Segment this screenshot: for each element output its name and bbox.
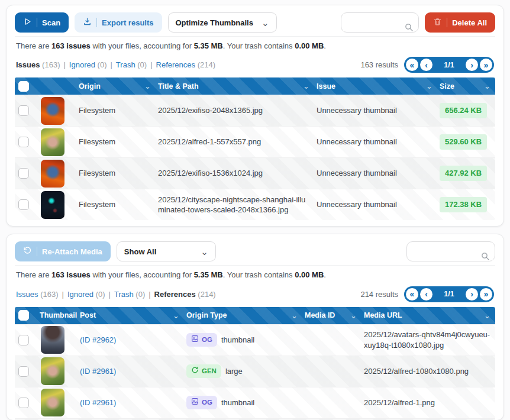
delete-all-button[interactable]: Delete All: [425, 12, 495, 33]
issues-size: 5.35 MB: [194, 41, 223, 50]
origin-column-header[interactable]: Origin⌄: [76, 82, 156, 91]
issues-panel: Scan Export results Optimize Thumbnails …: [6, 5, 504, 227]
thumbnail-image[interactable]: [41, 160, 64, 188]
references-tabsrow: Issues (163) | Ignored (0) | Trash (0) |…: [15, 285, 495, 307]
path-cell: 2025/12/cityscape-nightscape-shanghai-il…: [156, 192, 314, 218]
next-page-button[interactable]: ›: [466, 288, 478, 301]
tabs-nav: Issues (163) | Ignored (0) | Trash (0) |…: [16, 60, 215, 69]
media-url-column-header[interactable]: Media URL⌄: [361, 311, 495, 320]
trash-icon: [433, 17, 442, 28]
thumbnail-image[interactable]: [41, 128, 64, 156]
media-id-cell: [302, 400, 361, 405]
row-checkbox[interactable]: [18, 199, 29, 210]
button-divider: [37, 247, 37, 256]
post-link[interactable]: (ID #2961): [80, 367, 116, 376]
first-page-button[interactable]: «: [406, 288, 418, 301]
tab-trash[interactable]: Trash (0): [114, 290, 145, 299]
button-divider: [447, 18, 447, 27]
page-indicator: 1/1: [434, 290, 464, 298]
results-count: 214 results: [360, 290, 398, 299]
tab-issues[interactable]: Issues (163): [16, 60, 60, 69]
row-checkbox[interactable]: [18, 398, 29, 408]
scan-button[interactable]: Scan: [15, 12, 69, 33]
post-column-header[interactable]: Post⌄: [78, 311, 184, 320]
title-path-column-header[interactable]: Title & Path⌄: [156, 82, 314, 91]
origin-cell: Filesystem: [76, 166, 156, 181]
tab-references[interactable]: References (214): [154, 290, 216, 299]
thumbnail-image[interactable]: [41, 357, 64, 385]
prev-page-button[interactable]: ‹: [420, 288, 432, 301]
row-checkbox[interactable]: [18, 335, 29, 345]
show-all-dropdown[interactable]: Show All ⌄: [117, 241, 216, 261]
media-url-cell: 2025/12/avatars-qhtv84m4j0cwyueu-xuy18q-…: [361, 327, 495, 353]
image-icon: [191, 398, 199, 408]
next-page-button[interactable]: ›: [466, 59, 478, 71]
dropdown-value: Optimize Thumbnails: [176, 18, 253, 27]
issues-tabsrow: Issues (163) | Ignored (0) | Trash (0) |…: [15, 56, 495, 77]
tabs-nav: Issues (163) | Ignored (0) | Trash (0) |…: [16, 290, 216, 299]
button-divider: [96, 18, 97, 27]
size-column-header[interactable]: Size⌄: [437, 82, 495, 91]
media-id-column-header[interactable]: Media ID⌄: [302, 311, 361, 320]
trash-size: 0.00 MB: [295, 41, 324, 50]
sort-icon: ⌄: [484, 82, 490, 91]
tab-issues[interactable]: Issues (163): [16, 290, 59, 299]
row-checkbox[interactable]: [18, 366, 29, 377]
image-icon: [191, 335, 199, 345]
select-all-checkbox[interactable]: [18, 81, 29, 92]
thumbnail-image[interactable]: [41, 389, 64, 416]
references-search-box: [406, 241, 495, 261]
references-table-header: Thumbnail Post⌄ Origin Type⌄ Media ID⌄ M…: [15, 307, 495, 324]
thumbnail-column-header: Thumbnail: [37, 311, 78, 319]
size-badge: 656.24 KB: [440, 103, 487, 118]
last-page-button[interactable]: »: [480, 59, 492, 71]
table-row: Filesystem 2025/12/cityscape-nightscape-…: [15, 189, 495, 220]
first-page-button[interactable]: «: [406, 59, 418, 71]
post-link[interactable]: (ID #2961): [80, 398, 116, 407]
row-checkbox[interactable]: [18, 168, 29, 179]
select-all-checkbox[interactable]: [18, 310, 29, 321]
tab-separator: |: [109, 290, 111, 299]
origin-type-column-header[interactable]: Origin Type⌄: [184, 311, 302, 320]
thumbnail-image[interactable]: [41, 326, 64, 354]
button-divider: [37, 18, 37, 27]
issues-toolbar: Scan Export results Optimize Thumbnails …: [15, 12, 495, 33]
last-page-button[interactable]: »: [480, 288, 492, 301]
thumbnail-image[interactable]: [41, 191, 64, 219]
issues-table-header: Origin⌄ Title & Path⌄ Issue⌄ Size⌄: [15, 77, 495, 95]
refresh-icon: [191, 366, 199, 377]
row-checkbox[interactable]: [18, 105, 29, 116]
origin-type-cell: OGthumbnail: [184, 393, 302, 412]
sort-icon: ⌄: [484, 311, 490, 320]
tab-references[interactable]: References (214): [156, 60, 215, 69]
reattach-media-button[interactable]: Re-Attach Media: [15, 241, 111, 261]
table-row: Filesystem 2025/12/alfred-1-557x557.png …: [15, 126, 495, 157]
download-icon: [83, 17, 92, 28]
issue-cell: Unnecessary thumbnail: [314, 134, 437, 150]
optimize-thumbnails-dropdown[interactable]: Optimize Thumbnails ⌄: [168, 12, 277, 33]
export-results-button[interactable]: Export results: [75, 12, 162, 33]
path-cell: 2025/12/exifiso-2048x1365.jpg: [156, 103, 314, 118]
prev-page-button[interactable]: ‹: [420, 59, 432, 71]
sort-icon: ⌄: [173, 311, 179, 320]
tab-separator: |: [149, 290, 150, 299]
thumbnail-image[interactable]: [41, 97, 64, 125]
scan-button-label: Scan: [42, 18, 60, 27]
media-url-cell: 2025/12/alfred-1.png: [361, 395, 495, 411]
sort-icon: ⌄: [350, 311, 357, 320]
media-id-cell: [302, 369, 361, 374]
issue-column-header[interactable]: Issue⌄: [314, 82, 437, 91]
post-link[interactable]: (ID #2962): [80, 335, 116, 344]
chevron-down-icon: ⌄: [262, 18, 269, 27]
tab-ignored[interactable]: Ignored (0): [69, 60, 107, 69]
pagination: « ‹ 1/1 › »: [404, 57, 494, 73]
tab-ignored[interactable]: Ignored (0): [67, 290, 105, 299]
issue-cell: Unnecessary thumbnail: [314, 197, 437, 212]
tab-trash[interactable]: Trash (0): [116, 60, 147, 69]
reattach-media-label: Re-Attach Media: [42, 247, 102, 256]
sort-icon: ⌄: [144, 82, 151, 91]
sort-icon: ⌄: [426, 82, 432, 91]
row-checkbox[interactable]: [18, 137, 29, 147]
media-url-cell: 2025/12/alfred-1080x1080.png: [361, 364, 495, 379]
size-badge: 172.38 KB: [440, 197, 487, 212]
